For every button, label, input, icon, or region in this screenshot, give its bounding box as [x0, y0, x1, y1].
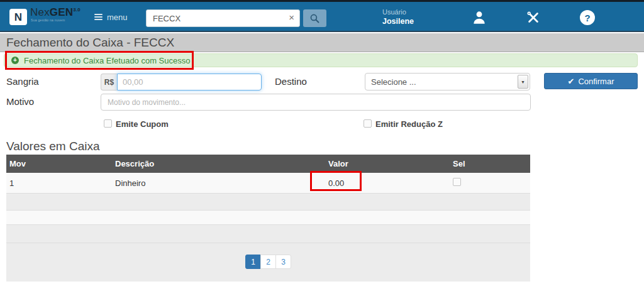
tools-icon [526, 10, 541, 25]
help-button[interactable]: ? [580, 10, 595, 25]
sangria-input[interactable] [117, 74, 262, 90]
motivo-label: Motivo [6, 96, 34, 107]
settings-button[interactable] [525, 10, 541, 25]
cell-mov: 1 [6, 178, 112, 188]
search-icon [309, 13, 321, 25]
chevron-down-icon[interactable]: ▼ [518, 75, 528, 89]
destino-select[interactable]: Selecione ... ▼ [365, 73, 530, 90]
col-header-descricao: Descrição [112, 159, 325, 168]
user-name: Josilene [382, 17, 414, 27]
app-header: N NexGEN3.0 Sua gestão na nuvem menu × U… [0, 2, 644, 32]
page-button-1[interactable]: 1 [245, 255, 261, 269]
table-header-row: Mov Descrição Valor Sel [6, 155, 530, 173]
sangria-label: Sangria [6, 76, 39, 87]
logo-n-icon: N [14, 12, 22, 23]
col-header-sel: Sel [450, 159, 530, 168]
brand-name: NexGEN3.0 [30, 6, 80, 19]
check-icon: ✔ [568, 77, 575, 86]
motivo-input[interactable] [101, 94, 531, 111]
destino-label: Destino [275, 76, 307, 87]
search-button[interactable] [303, 9, 326, 27]
currency-prefix-addon: R$ [101, 74, 117, 90]
pagination: 1 2 3 [245, 255, 291, 269]
emite-cupom-checkbox[interactable] [104, 119, 112, 128]
page-title-bar: Fechamento do Caixa - FECCX [0, 33, 644, 52]
menu-label: menu [107, 13, 128, 22]
emitir-reducao-z-checkbox[interactable] [364, 119, 372, 128]
empty-table-row [6, 225, 530, 243]
logo[interactable]: N [9, 9, 27, 25]
confirm-button[interactable]: ✔ Confirmar [544, 73, 638, 89]
clear-search-icon[interactable]: × [289, 13, 294, 22]
person-icon [471, 9, 487, 26]
page-title: Fechamento do Caixa - FECCX [6, 36, 174, 50]
destino-selected-value: Selecione ... [371, 77, 416, 87]
cell-valor: 0.00 [325, 178, 450, 188]
search-input[interactable] [146, 9, 300, 27]
empty-table-row [6, 194, 530, 211]
success-alert: + Fechamento do Caixa Efetuado com Suces… [4, 53, 638, 67]
emite-cupom-label: Emite Cupom [116, 119, 169, 129]
page-button-2[interactable]: 2 [260, 255, 276, 269]
brand-version: 3.0 [73, 7, 80, 13]
emitir-reducao-z-label: Emitir Redução Z [375, 119, 443, 129]
logo-tagline: Sua gestão na nuvem [31, 18, 65, 22]
success-plus-icon: + [11, 57, 19, 64]
empty-table-row [6, 211, 530, 225]
page-button-3[interactable]: 3 [275, 255, 291, 269]
cell-descricao: Dinheiro [112, 178, 325, 188]
app-window: N NexGEN3.0 Sua gestão na nuvem menu × U… [0, 0, 644, 296]
search-field-wrap: × [146, 9, 300, 27]
valores-table: Mov Descrição Valor Sel 1 Dinheiro 0.00 … [6, 155, 530, 282]
row-sel-checkbox[interactable] [453, 178, 461, 186]
user-label: Usuário [382, 8, 414, 17]
col-header-mov: Mov [6, 159, 112, 168]
question-mark-icon: ? [584, 13, 590, 23]
success-alert-text: Fechamento do Caixa Efetuado com Sucesso [24, 56, 190, 65]
current-user: Usuário Josilene [382, 8, 414, 26]
col-header-valor: Valor [325, 159, 450, 168]
table-row[interactable]: 1 Dinheiro 0.00 [6, 173, 530, 194]
hamburger-icon [94, 14, 103, 20]
section-title: Valores em Caixa [6, 140, 100, 153]
menu-button[interactable]: menu [94, 2, 128, 32]
confirm-button-label: Confirmar [578, 77, 614, 86]
profile-button[interactable] [470, 9, 488, 26]
table-footer: 1 2 3 [6, 243, 530, 282]
